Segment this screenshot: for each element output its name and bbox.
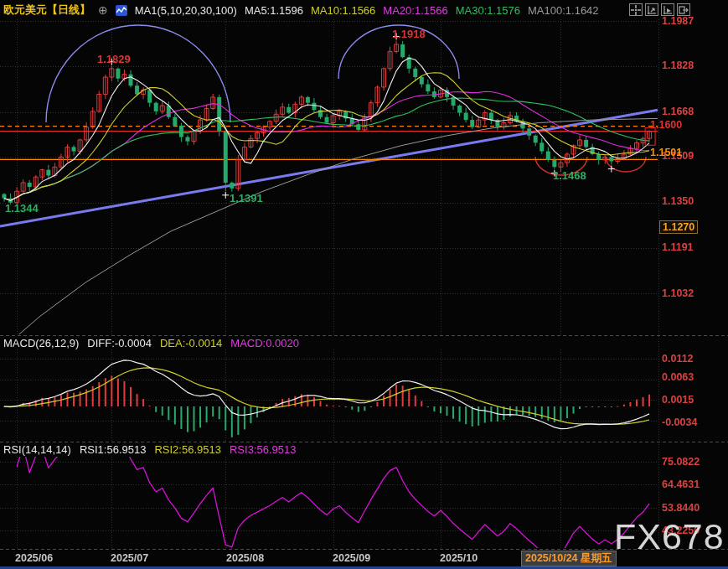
- macd-dea-value: DEA:-0.0014: [160, 337, 222, 349]
- ma5-value: MA5:1.1596: [245, 4, 303, 17]
- price-axis-tick: 1.1032: [662, 287, 694, 299]
- symbol-title: 欧元美元【日线】: [3, 3, 90, 18]
- ma30-value: MA30:1.1576: [456, 4, 520, 17]
- macd-macd-value: MACD:0.0020: [230, 337, 299, 349]
- swing-high-label: 1.1918: [392, 28, 426, 40]
- ma-settings-label: MA1(5,10,20,30,100): [135, 4, 237, 17]
- price-axis-tick: 1.1668: [662, 106, 694, 117]
- swing-low-label: 1.1344: [5, 202, 39, 215]
- swing-low-label: 1.1391: [230, 192, 263, 204]
- axis-pan-icon[interactable]: [661, 3, 674, 16]
- swing-high-label: 1.1829: [97, 53, 131, 65]
- ma20-value: MA20:1.1566: [383, 4, 447, 17]
- export-icon[interactable]: [677, 3, 690, 16]
- time-axis-tick: 2025/06: [15, 552, 53, 564]
- current-date-badge: 2025/10/24 星期五: [521, 551, 617, 566]
- chart-type-icon[interactable]: [116, 5, 127, 16]
- price-axis-tick: 1.1987: [662, 15, 694, 27]
- add-indicator-icon[interactable]: ⊕: [98, 3, 108, 17]
- rsi-axis-tick: 75.0822: [662, 456, 700, 468]
- price-marker-badge: 1.1270: [659, 220, 698, 234]
- chart-header: 欧元美元【日线】 ⊕ MA1(5,10,20,30,100) MA5:1.159…: [3, 3, 599, 18]
- macd-axis-tick: 0.0112: [662, 353, 694, 365]
- rsi-settings-label: RSI(14,14,14): [3, 443, 71, 456]
- time-axis-tick: 2025/10: [440, 552, 478, 564]
- axis-zoom-icon[interactable]: [645, 3, 658, 16]
- ma10-value: MA10:1.1566: [311, 4, 375, 17]
- price-axis-tick: 1.1828: [662, 59, 694, 71]
- macd-header: MACD(26,12,9) DIFF:-0.0004 DEA:-0.0014 M…: [3, 336, 299, 349]
- chart-canvas[interactable]: [0, 0, 728, 569]
- rsi-axis-tick: 53.8440: [662, 502, 700, 514]
- time-axis-tick: 2025/07: [111, 552, 148, 564]
- time-axis-tick: 2025/09: [333, 552, 370, 564]
- crosshair-tool-icon[interactable]: [629, 3, 643, 16]
- chart-toolbar: [629, 3, 690, 16]
- rsi2-value: RSI2:56.9513: [154, 443, 221, 456]
- watermark: FX678: [614, 516, 725, 557]
- macd-axis-tick: 0.0015: [662, 394, 694, 406]
- macd-axis-tick: 0.0063: [662, 371, 694, 383]
- price-axis-tick: 1.1350: [662, 195, 694, 207]
- macd-diff-value: DIFF:-0.0004: [87, 337, 152, 349]
- resistance-line-label: 1.1600: [650, 119, 682, 131]
- chart-app-window: 欧元美元【日线】 ⊕ MA1(5,10,20,30,100) MA5:1.159…: [0, 0, 728, 569]
- ma100-value: MA100:1.1642: [528, 4, 599, 17]
- price-axis-tick: 1.1191: [662, 241, 694, 253]
- macd-settings-label: MACD(26,12,9): [3, 337, 79, 349]
- rsi1-value: RSI1:56.9513: [80, 443, 147, 456]
- time-axis-tick: 2025/08: [226, 552, 264, 564]
- rsi-axis-tick: 64.4631: [662, 478, 700, 490]
- rsi3-value: RSI3:56.9513: [230, 443, 297, 456]
- support-line-label: 1.1501: [650, 147, 682, 158]
- macd-axis-tick: -0.0034: [662, 416, 697, 428]
- swing-low-label: 1.1468: [553, 169, 586, 182]
- rsi-header: RSI(14,14,14) RSI1:56.9513 RSI2:56.9513 …: [3, 442, 296, 456]
